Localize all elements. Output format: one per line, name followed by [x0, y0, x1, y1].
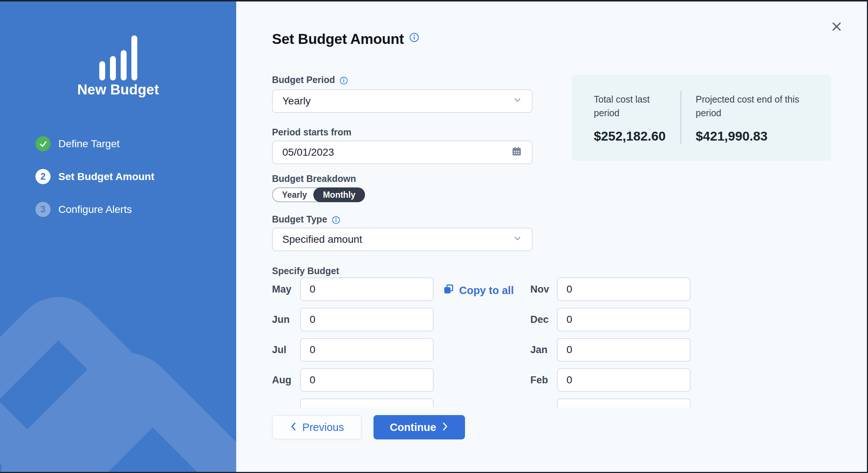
chevron-left-icon	[290, 421, 297, 434]
chevron-right-icon	[441, 421, 449, 434]
month-row: Jun	[272, 308, 434, 331]
month-row: Jan	[530, 338, 690, 362]
month-row-partial	[530, 398, 690, 407]
continue-button[interactable]: Continue	[373, 415, 465, 439]
month-row: Feb	[530, 368, 690, 392]
wizard-sidebar: New Budget Define Target 2 Set Budget Am…	[0, 1, 236, 472]
month-row: Dec	[530, 308, 690, 331]
calendar-icon[interactable]	[511, 146, 522, 159]
step-number: 3	[35, 202, 51, 217]
month-label: Jun	[272, 314, 300, 325]
month-row: Nov	[530, 277, 690, 301]
specify-budget-label: Specify Budget	[272, 266, 339, 276]
month-amount-input[interactable]	[300, 277, 434, 301]
summary-divider	[681, 91, 681, 144]
budget-type-value: Specified amount	[282, 234, 362, 245]
month-row: May	[272, 277, 434, 301]
budget-type-label: Budget Type	[272, 214, 327, 225]
period-start-date-input[interactable]: 05/01/2023	[272, 141, 533, 164]
cost-summary-card: Total cost last period $252,182.60 Proje…	[572, 75, 831, 161]
month-label: Nov	[530, 284, 557, 295]
month-label: Jan	[530, 344, 557, 356]
month-label: May	[272, 284, 300, 295]
month-amount-input[interactable]	[300, 308, 434, 331]
step-define-target[interactable]: Define Target	[35, 136, 154, 151]
projected-cost-value: $421,990.83	[696, 129, 823, 144]
total-cost-label: Total cost last period	[594, 93, 677, 120]
budget-period-label: Budget Period	[272, 75, 335, 85]
chevron-down-icon	[513, 234, 522, 246]
budget-period-select[interactable]: Yearly	[272, 89, 533, 113]
title-info-icon[interactable]	[409, 32, 419, 42]
previous-label: Previous	[302, 421, 344, 434]
step-label: Define Target	[58, 138, 120, 150]
close-icon[interactable]	[829, 18, 845, 35]
month-amount-input[interactable]	[300, 338, 434, 362]
month-amount-input[interactable]	[557, 398, 690, 407]
period-start-date-value: 05/01/2023	[282, 146, 334, 158]
month-amount-input[interactable]	[557, 368, 690, 392]
wizard-steps: Define Target 2 Set Budget Amount 3 Conf…	[35, 136, 154, 235]
set-budget-panel: Set Budget Amount Total cost last period…	[236, 1, 867, 472]
continue-label: Continue	[390, 421, 436, 434]
step-set-budget-amount[interactable]: 2 Set Budget Amount	[35, 169, 154, 184]
month-row: Aug	[272, 368, 434, 392]
month-amount-input[interactable]	[300, 398, 434, 407]
month-label: Dec	[530, 314, 557, 325]
app-logo-bars-icon	[0, 35, 236, 80]
month-label: Aug	[272, 374, 300, 386]
budget-type-select[interactable]: Specified amount	[272, 228, 533, 251]
step-label: Configure Alerts	[58, 204, 132, 215]
budget-breakdown-label: Budget Breakdown	[272, 173, 356, 184]
period-starts-label: Period starts from	[272, 127, 351, 138]
previous-button[interactable]: Previous	[272, 415, 362, 439]
breakdown-monthly-option[interactable]: Monthly	[313, 187, 365, 202]
step-done-check-icon	[35, 136, 51, 151]
month-row-partial	[272, 398, 434, 407]
budget-breakdown-toggle: Yearly Monthly	[272, 187, 365, 202]
month-amount-input[interactable]	[557, 277, 690, 301]
month-amount-input[interactable]	[300, 368, 434, 392]
month-label: Jul	[272, 344, 300, 356]
monthly-budget-grid: May Jun Jul Aug Nov	[272, 277, 730, 407]
step-label: Set Budget Amount	[58, 171, 154, 183]
projected-cost-label: Projected cost end of this period	[696, 93, 823, 120]
page-title: Set Budget Amount	[272, 31, 404, 47]
step-configure-alerts[interactable]: 3 Configure Alerts	[35, 202, 154, 217]
month-amount-input[interactable]	[557, 308, 690, 331]
step-number: 2	[35, 169, 51, 184]
wizard-title: New Budget	[0, 82, 236, 98]
month-label: Feb	[530, 374, 557, 386]
budget-period-info-icon[interactable]	[340, 76, 348, 85]
total-cost-value: $252,182.60	[594, 129, 677, 144]
chevron-down-icon	[513, 95, 522, 107]
budget-type-info-icon[interactable]	[332, 216, 340, 224]
month-amount-input[interactable]	[557, 338, 690, 362]
month-row: Jul	[272, 338, 434, 362]
breakdown-yearly-option[interactable]: Yearly	[273, 188, 316, 201]
budget-period-value: Yearly	[282, 95, 311, 107]
